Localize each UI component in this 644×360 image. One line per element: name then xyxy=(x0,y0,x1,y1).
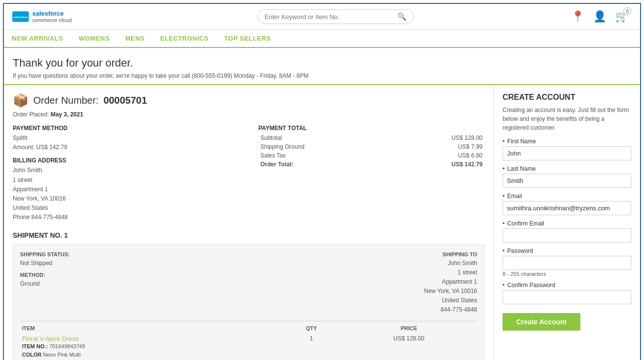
shipping-method-title: METHOD: xyxy=(20,272,70,278)
billing-phone-number: 844-775-4848 xyxy=(31,214,68,221)
item-qty: 1 xyxy=(282,333,341,360)
create-account-title: CREATE ACCOUNT xyxy=(503,93,631,102)
subtotal-value: US$ 128.00 xyxy=(389,134,484,142)
confirm-password-group: • Confirm Password xyxy=(503,282,631,304)
shipment-title: SHIPMENT NO. 1 xyxy=(13,231,484,239)
shipping-to-title: SHIPPING TO xyxy=(424,251,477,257)
ship-left: SHIPPING STATUS: Not Shipped METHOD: Gro… xyxy=(20,251,70,315)
nav-item-new-arrivals[interactable]: NEW ARRIVALS xyxy=(12,35,63,42)
payment-total: PAYMENT TOTAL Subtotal US$ 128.00 Shippi… xyxy=(258,125,484,223)
payment-amount-value: US$ 142.79 xyxy=(36,144,67,151)
left-column: 📦 Order Number: 00005701 Order Placed: M… xyxy=(4,85,493,360)
search-icon: 🔍 xyxy=(397,12,407,21)
header: salesforce salesforce commerce cloud 🔍 📍… xyxy=(4,4,640,30)
billing-city-state: New York, VA 10016 xyxy=(13,194,239,203)
order-number-label: Order Number: xyxy=(33,95,98,106)
billing-name: John Smith xyxy=(13,166,239,175)
package-icon: 📦 xyxy=(13,93,28,108)
shipping-to-country: United States xyxy=(424,296,477,305)
first-name-label: • First Name xyxy=(503,138,631,145)
shipment-info-row: SHIPPING STATUS: Not Shipped METHOD: Gro… xyxy=(20,251,477,315)
payment-method-title: PAYMENT METHOD xyxy=(13,125,239,132)
color-value: Neon Pink Multi xyxy=(43,352,81,358)
item-col-header: ITEM xyxy=(20,321,282,333)
shipping-label: Shipping Ground xyxy=(258,142,389,151)
search-input-wrap[interactable]: 🔍 xyxy=(257,9,414,24)
order-placed: Order Placed: May 3, 2021 xyxy=(13,111,484,118)
payment-method: PAYMENT METHOD SplitIt Amount: US$ 142.7… xyxy=(13,125,239,152)
billing-country: United States xyxy=(13,203,239,213)
shipping-to-city-state: New York, VA 10016 xyxy=(424,287,477,296)
subtotal-label: Subtotal xyxy=(258,134,389,142)
item-name-link[interactable]: Floral V-Neck Dress xyxy=(22,335,280,342)
subtotal-row: Subtotal US$ 128.00 xyxy=(258,134,484,142)
nav-item-womens[interactable]: WOMENS xyxy=(79,35,110,42)
table-row: Floral V-Neck Dress ITEM NO.: 7016498437… xyxy=(20,333,477,360)
password-input[interactable] xyxy=(503,256,631,270)
password-group: • Password 8 - 255 characters xyxy=(503,248,631,277)
shipping-value: US$ 7.99 xyxy=(389,142,484,151)
order-placed-date: May 3, 2021 xyxy=(50,111,83,118)
first-name-required: • xyxy=(503,138,505,145)
cart-icon[interactable]: 🛒 0 xyxy=(615,10,628,23)
create-account-button[interactable]: Create Account xyxy=(503,313,580,331)
main-content: 📦 Order Number: 00005701 Order Placed: M… xyxy=(4,85,640,360)
payment-billing-section: PAYMENT METHOD SplitIt Amount: US$ 142.7… xyxy=(13,125,484,223)
billing-address: BILLING ADDRESS John Smith 1 street Appa… xyxy=(13,157,239,222)
email-input[interactable] xyxy=(503,201,631,215)
tax-label: Sales Tax xyxy=(258,151,389,160)
item-no-value: 701649843749 xyxy=(49,343,85,349)
shipping-to-phone: 844-775-4848 xyxy=(424,305,477,315)
nav-item-top-sellers[interactable]: TOP SELLERS xyxy=(224,35,271,42)
payment-total-table: Subtotal US$ 128.00 Shipping Ground US$ … xyxy=(258,134,484,169)
order-total-row: Order Total: US$ 142.79 xyxy=(258,160,484,169)
nav-item-electronics[interactable]: ELECTRONICS xyxy=(160,35,208,42)
price-col-header: PRICE xyxy=(341,321,477,333)
confirm-email-label: • Confirm Email xyxy=(503,220,631,227)
order-number-value: 00005701 xyxy=(103,95,147,106)
shipping-to-name: John Smith xyxy=(424,259,477,268)
payment-amount: Amount: US$ 142.79 xyxy=(13,143,239,152)
salesforce-logo: salesforce xyxy=(12,8,29,25)
thank-you-section: Thank you for your order. If you have qu… xyxy=(4,48,640,85)
nav-bar: NEW ARRIVALS WOMENS MENS ELECTRONICS TOP… xyxy=(4,30,640,48)
password-label: • Password xyxy=(503,248,631,254)
tax-value: US$ 6.80 xyxy=(389,151,484,160)
thank-you-title: Thank you for your order. xyxy=(13,57,631,69)
password-hint: 8 - 255 characters xyxy=(503,271,631,277)
cart-badge: 0 xyxy=(623,7,631,15)
order-total-value: US$ 142.79 xyxy=(389,160,484,169)
search-input[interactable] xyxy=(265,13,397,21)
logo-area: salesforce salesforce commerce cloud xyxy=(12,8,100,25)
email-label: • Email xyxy=(503,193,631,200)
order-total-label: Order Total: xyxy=(258,160,389,169)
shipping-method-value: Ground xyxy=(20,279,70,289)
nav-item-mens[interactable]: MENS xyxy=(125,35,145,42)
item-no-label: ITEM NO.: xyxy=(22,343,48,349)
order-number-row: 📦 Order Number: 00005701 xyxy=(13,93,484,108)
billing-street: 1 street xyxy=(13,176,239,185)
last-name-required: • xyxy=(503,165,505,172)
thank-you-subtitle: If you have questions about your order, … xyxy=(13,72,631,79)
location-icon[interactable]: 📍 xyxy=(571,10,584,23)
password-required: • xyxy=(503,248,505,254)
tax-row: Sales Tax US$ 6.80 xyxy=(258,151,484,160)
item-price: US$ 128.00 xyxy=(341,333,477,360)
first-name-input[interactable] xyxy=(503,146,631,160)
user-icon[interactable]: 👤 xyxy=(593,10,606,23)
create-account-desc: Creating an account is easy. Just fill o… xyxy=(503,106,631,132)
logo-text: salesforce commerce cloud xyxy=(32,10,72,24)
svg-text:salesforce: salesforce xyxy=(13,16,28,19)
billing-phone: Phone 844-775-4848 xyxy=(13,213,239,222)
right-column: CREATE ACCOUNT Creating an account is ea… xyxy=(493,85,640,360)
billing-address-title: BILLING ADDRESS xyxy=(13,157,239,164)
email-required: • xyxy=(503,193,505,200)
payment-amount-label: Amount: xyxy=(13,144,35,151)
item-table: ITEM QTY PRICE Floral V-Neck Dress ITEM … xyxy=(20,321,477,360)
confirm-email-input[interactable] xyxy=(503,228,631,243)
header-icons: 📍 👤 🛒 0 xyxy=(571,10,632,23)
confirm-password-input[interactable] xyxy=(503,290,631,304)
last-name-input[interactable] xyxy=(503,174,631,188)
first-name-group: • First Name xyxy=(503,138,631,160)
shipping-to-street: 1 street xyxy=(424,268,477,277)
